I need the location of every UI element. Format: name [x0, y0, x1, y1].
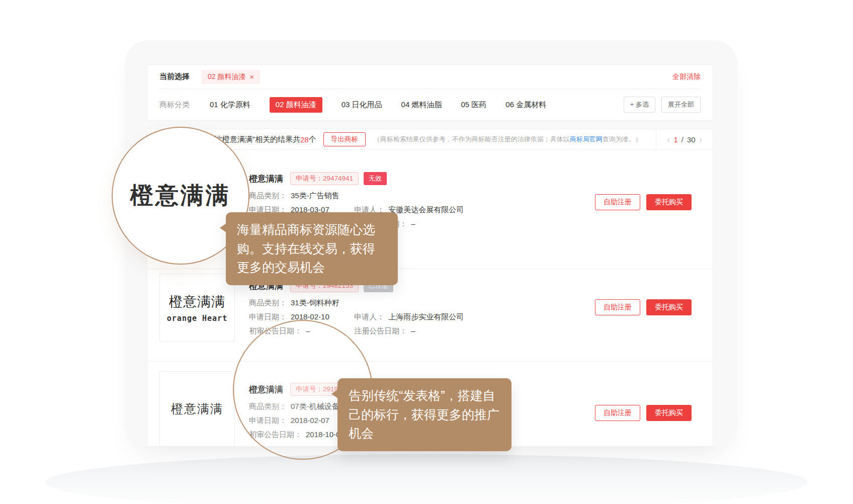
- trademark-image[interactable]: 橙意满满 orange Heart: [159, 274, 235, 342]
- applicant-value: 安徽美达会展有限公司: [388, 205, 464, 214]
- category-field-value: 35类-广告销售: [291, 191, 339, 200]
- self-register-button[interactable]: 自助注册: [595, 405, 640, 421]
- filter-panel: 当前选择 02 颜料油漆 × 全部清除 商标分类 01 化学原料 02 颜料油漆…: [147, 64, 713, 121]
- tab-02-paint[interactable]: 02 颜料油漆: [270, 97, 322, 113]
- category-label: 商标分类: [159, 100, 190, 110]
- selected-filter-chip-label: 02 颜料油漆: [208, 72, 245, 81]
- row-actions: 自助注册 委托购买: [595, 194, 692, 210]
- current-selection-label: 当前选择: [159, 72, 190, 81]
- disclaimer-suffix: 查询为准。）: [603, 135, 642, 143]
- trademark-office-link[interactable]: 商标局官网: [570, 135, 603, 143]
- category-actions: + 多选 展开全部: [624, 97, 701, 113]
- reg-notice-value: –: [411, 326, 415, 335]
- applicant-label: 申请人：: [354, 312, 384, 321]
- total-pages: 30: [687, 135, 696, 144]
- category-tabs: 01 化学原料 02 颜料油漆 03 日化用品 04 燃料油脂 05 医药 06…: [210, 97, 546, 113]
- application-number-chip: 申请号：29474941: [290, 172, 359, 185]
- export-trademarks-button[interactable]: 导出商标: [323, 132, 366, 146]
- selected-filter-chip[interactable]: 02 颜料油漆 ×: [202, 70, 260, 84]
- apply-date-value: 2018-02-10: [291, 312, 329, 321]
- category-field-value: 31类-饲料种籽: [291, 298, 339, 307]
- reg-notice-label: 注册公告日期：: [354, 326, 407, 335]
- multi-select-button[interactable]: + 多选: [624, 97, 655, 113]
- trademark-image-subtext: orange Heart: [167, 314, 227, 323]
- tab-03-daily[interactable]: 03 日化用品: [342, 100, 382, 110]
- tab-06-metal[interactable]: 06 金属材料: [505, 100, 546, 110]
- summary-suffix: 个: [309, 135, 316, 144]
- current-page: 1: [673, 135, 677, 144]
- applicant-value: 上海雨步实业有限公司: [388, 312, 464, 321]
- trademark-image-text: 橙意满满: [169, 293, 225, 311]
- entrust-buy-button[interactable]: 委托购买: [646, 299, 692, 315]
- results-header: 当前分类下检索到“橙意满满”相关的结果共28 个 导出商标 （商标检索结果仅供参…: [147, 129, 713, 150]
- category-field-label: 商品类别：: [249, 191, 287, 200]
- tab-01-chemical[interactable]: 01 化学原料: [210, 100, 250, 110]
- pagination: ‹ 1 / 30 ›: [656, 129, 713, 149]
- page-separator: /: [681, 135, 684, 144]
- self-register-button[interactable]: 自助注册: [595, 194, 640, 210]
- next-page-icon[interactable]: ›: [699, 134, 703, 144]
- remove-filter-icon[interactable]: ×: [249, 73, 253, 81]
- page: 当前选择 02 颜料油漆 × 全部清除 商标分类 01 化学原料 02 颜料油漆…: [0, 0, 853, 504]
- tooltip-buy-resources: 海量精品商标资源随心选购。支持在线交易，获得更多的交易机会: [226, 212, 398, 285]
- clear-all-button[interactable]: 全部清除: [672, 72, 701, 81]
- status-badge: 无效: [364, 172, 387, 185]
- expand-all-button[interactable]: 展开全部: [661, 97, 701, 113]
- current-selection-row: 当前选择 02 颜料油漆 × 全部清除: [147, 65, 713, 89]
- self-register-button[interactable]: 自助注册: [595, 299, 640, 315]
- trademark-image-text: 橙意满满: [171, 401, 223, 417]
- entrust-buy-button[interactable]: 委托购买: [646, 194, 692, 210]
- trademark-image[interactable]: 橙意满满: [159, 371, 235, 447]
- category-row: 商标分类 01 化学原料 02 颜料油漆 03 日化用品 04 燃料油脂 05 …: [147, 89, 713, 120]
- entrust-buy-button[interactable]: 委托购买: [646, 405, 692, 421]
- row-actions: 自助注册 委托购买: [595, 405, 692, 421]
- trademark-name: 橙意满满: [249, 173, 283, 185]
- prev-page-icon[interactable]: ‹: [667, 134, 670, 144]
- laptop-base: [45, 454, 808, 504]
- category-field-label: 商品类别：: [249, 298, 287, 307]
- magnified-trademark-text: 橙意满满: [130, 180, 231, 211]
- apply-date-label: 申请日期：: [249, 312, 287, 321]
- tooltip-build-shop: 告别传统“发表格”，搭建自己的标行，获得更多的推广机会: [337, 378, 511, 451]
- row-actions: 自助注册 委托购买: [595, 299, 692, 315]
- tab-05-medicine[interactable]: 05 医药: [461, 100, 486, 110]
- disclaimer: （商标检索结果仅供参考，不作为商标能否注册的法律依据；具体以商标局官网查询为准。…: [374, 135, 642, 144]
- results-count: 28: [300, 135, 309, 144]
- reg-notice-value: –: [411, 219, 415, 228]
- tab-04-fuel[interactable]: 04 燃料油脂: [401, 100, 442, 110]
- disclaimer-prefix: （商标检索结果仅供参考，不作为商标能否注册的法律依据；具体以: [374, 135, 570, 143]
